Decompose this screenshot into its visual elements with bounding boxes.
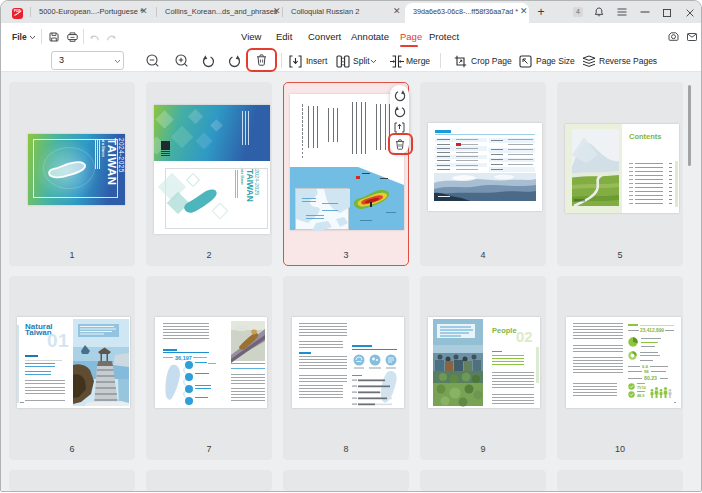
svg-text:PDF: PDF (14, 9, 20, 13)
